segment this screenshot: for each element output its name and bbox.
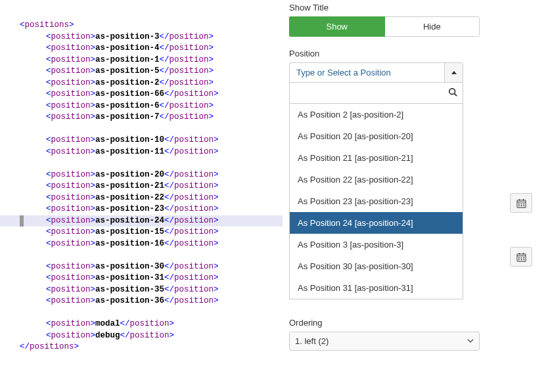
svg-rect-17 — [520, 257, 522, 258]
dropdown-option[interactable]: As Position 3 [as-position-3] — [290, 234, 463, 255]
ordering-label: Ordering — [289, 318, 528, 328]
xml-position-line: <position>as-position-36</position> — [0, 295, 283, 307]
svg-rect-8 — [523, 203, 524, 204]
xml-position-line: <position>as-position-2</position> — [0, 77, 283, 89]
xml-position-line: <position>as-position-30</position> — [0, 261, 283, 273]
show-title-toggle: Show Hide — [289, 16, 480, 37]
xml-position-line: <position>as-position-5</position> — [0, 66, 283, 77]
xml-position-line: <position>as-position-31</position> — [0, 272, 283, 284]
position-search-row — [289, 83, 463, 104]
xml-position-line: <position>as-position-7</position> — [0, 112, 283, 123]
svg-rect-15 — [522, 252, 523, 254]
dropdown-option[interactable]: As Position 22 [as-position-22] — [290, 169, 463, 190]
svg-rect-16 — [518, 257, 519, 258]
svg-rect-20 — [520, 259, 522, 260]
svg-rect-21 — [523, 259, 524, 260]
chevron-down-icon — [467, 336, 474, 346]
xml-position-line: <position>debug</position> — [0, 330, 283, 342]
settings-panel: Show Title Show Hide Position Type or Se… — [283, 0, 548, 392]
position-dropdown-list[interactable]: As Position 2 [as-position-2]As Position… — [289, 104, 463, 299]
xml-position-line: <position>as-position-23</position> — [0, 204, 283, 215]
xml-position-line: <position>as-position-1</position> — [0, 54, 283, 66]
xml-root-close: </positions> — [0, 341, 283, 353]
xml-position-line: <position>as-position-4</position> — [0, 43, 283, 54]
xml-position-line: <position>as-position-10</position> — [0, 135, 283, 146]
position-placeholder: Type or Select a Position — [290, 63, 444, 82]
caret-up-icon[interactable] — [444, 63, 463, 82]
show-button[interactable]: Show — [289, 16, 385, 37]
hide-button[interactable]: Hide — [385, 16, 480, 37]
show-title-label: Show Title — [289, 3, 528, 12]
xml-position-line: <position>as-position-3</position> — [0, 32, 283, 43]
dropdown-option[interactable]: As Position 21 [as-position-21] — [290, 147, 463, 169]
svg-point-0 — [449, 89, 455, 95]
svg-rect-19 — [518, 259, 519, 260]
svg-rect-7 — [520, 203, 522, 204]
svg-rect-4 — [518, 198, 519, 200]
svg-rect-6 — [518, 203, 519, 204]
dropdown-option[interactable]: As Position 31 [as-position-31] — [290, 277, 463, 299]
dropdown-option[interactable]: As Position 20 [as-position-20] — [290, 125, 463, 147]
dropdown-option[interactable]: As Position 23 [as-position-23] — [290, 190, 463, 212]
xml-position-line: <position>modal</position> — [0, 318, 283, 330]
xml-position-line: <position>as-position-11</position> — [0, 146, 283, 158]
dropdown-option[interactable]: As Position 24 [as-position-24] — [290, 212, 463, 234]
position-combobox: Type or Select a Position As Position 2 … — [289, 62, 463, 299]
position-label: Position — [289, 49, 528, 58]
svg-rect-10 — [520, 205, 522, 206]
xml-position-line: <position>as-position-20</position> — [0, 169, 283, 181]
search-icon[interactable] — [448, 87, 457, 98]
svg-rect-9 — [518, 205, 519, 206]
position-select-header[interactable]: Type or Select a Position — [289, 62, 463, 83]
xml-position-line: <position>as-position-21</position> — [0, 181, 283, 192]
svg-rect-5 — [522, 198, 523, 200]
xml-position-line: <position>as-position-66</position> — [0, 89, 283, 100]
xml-root-open: <positions> — [0, 20, 283, 32]
xml-code-panel: <positions><position>as-position-3</posi… — [0, 0, 283, 392]
xml-position-line: <position>as-position-35</position> — [0, 284, 283, 296]
ordering-select[interactable]: 1. left (2) — [289, 332, 480, 351]
svg-rect-18 — [523, 257, 524, 258]
calendar-icon[interactable] — [510, 193, 532, 213]
position-search-input[interactable] — [295, 87, 448, 99]
xml-position-line: <position>as-position-6</position> — [0, 100, 283, 112]
xml-position-line: <position>as-position-16</position> — [0, 238, 283, 250]
dropdown-option[interactable]: As Position 30 [as-position-30] — [290, 255, 463, 277]
svg-rect-14 — [518, 252, 519, 254]
xml-position-line: <position>as-position-15</position> — [0, 227, 283, 238]
dropdown-option[interactable]: As Position 2 [as-position-2] — [290, 104, 463, 125]
ordering-value: 1. left (2) — [295, 336, 329, 346]
svg-line-1 — [455, 94, 457, 97]
xml-position-line: <position>as-position-24</position> — [0, 215, 283, 227]
xml-position-line: <position>as-position-22</position> — [0, 192, 283, 204]
calendar-icon[interactable] — [510, 247, 532, 267]
svg-rect-11 — [523, 205, 524, 206]
